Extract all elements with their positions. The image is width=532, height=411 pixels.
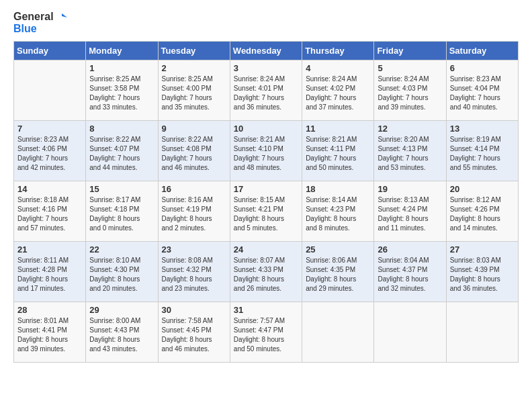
calendar-cell: 10Sunrise: 8:21 AM Sunset: 4:10 PM Dayli…: [230, 120, 302, 181]
day-number: 27: [450, 244, 515, 255]
page-header: General Blue: [13, 11, 519, 36]
day-info: Sunrise: 8:11 AM Sunset: 4:28 PM Dayligh…: [17, 256, 82, 293]
week-row-0: 1Sunrise: 8:25 AM Sunset: 3:58 PM Daylig…: [14, 60, 519, 120]
day-info: Sunrise: 8:24 AM Sunset: 4:01 PM Dayligh…: [234, 75, 298, 112]
day-number: 2: [162, 63, 226, 73]
header-saturday: Saturday: [446, 41, 518, 60]
calendar-cell: 25Sunrise: 8:06 AM Sunset: 4:35 PM Dayli…: [302, 241, 374, 302]
calendar-cell: 26Sunrise: 8:04 AM Sunset: 4:37 PM Dayli…: [374, 241, 446, 302]
day-number: 11: [306, 124, 370, 134]
day-info: Sunrise: 8:23 AM Sunset: 4:04 PM Dayligh…: [450, 75, 515, 112]
header-row: SundayMondayTuesdayWednesdayThursdayFrid…: [14, 41, 519, 60]
day-number: 16: [162, 184, 226, 194]
day-info: Sunrise: 8:04 AM Sunset: 4:37 PM Dayligh…: [378, 256, 442, 293]
day-number: 15: [89, 184, 154, 194]
day-info: Sunrise: 8:23 AM Sunset: 4:06 PM Dayligh…: [17, 135, 82, 173]
header-sunday: Sunday: [14, 41, 86, 60]
day-info: Sunrise: 8:12 AM Sunset: 4:26 PM Dayligh…: [450, 195, 515, 233]
calendar-cell: 12Sunrise: 8:20 AM Sunset: 4:13 PM Dayli…: [374, 120, 446, 181]
week-row-2: 14Sunrise: 8:18 AM Sunset: 4:16 PM Dayli…: [14, 181, 519, 241]
calendar-cell: 3Sunrise: 8:24 AM Sunset: 4:01 PM Daylig…: [230, 60, 302, 120]
calendar-cell: [14, 60, 86, 120]
day-number: 13: [450, 124, 515, 134]
day-info: Sunrise: 8:18 AM Sunset: 4:16 PM Dayligh…: [17, 195, 82, 233]
day-info: Sunrise: 8:22 AM Sunset: 4:07 PM Dayligh…: [89, 135, 154, 173]
logo-bird-icon: [55, 11, 67, 23]
calendar-cell: [374, 302, 446, 362]
day-info: Sunrise: 8:06 AM Sunset: 4:35 PM Dayligh…: [306, 256, 370, 293]
day-info: Sunrise: 7:58 AM Sunset: 4:45 PM Dayligh…: [162, 316, 226, 354]
calendar-cell: 7Sunrise: 8:23 AM Sunset: 4:06 PM Daylig…: [14, 120, 86, 181]
calendar-cell: [446, 302, 518, 362]
calendar-cell: 13Sunrise: 8:19 AM Sunset: 4:14 PM Dayli…: [446, 120, 518, 181]
day-info: Sunrise: 8:24 AM Sunset: 4:02 PM Dayligh…: [306, 75, 370, 112]
calendar-cell: 14Sunrise: 8:18 AM Sunset: 4:16 PM Dayli…: [14, 181, 86, 241]
logo-blue: Blue: [13, 23, 37, 35]
day-number: 3: [234, 63, 298, 73]
calendar-cell: 6Sunrise: 8:23 AM Sunset: 4:04 PM Daylig…: [446, 60, 518, 120]
calendar-cell: 28Sunrise: 8:01 AM Sunset: 4:41 PM Dayli…: [14, 302, 86, 362]
header-tuesday: Tuesday: [158, 41, 230, 60]
calendar-cell: 2Sunrise: 8:25 AM Sunset: 4:00 PM Daylig…: [158, 60, 230, 120]
day-number: 1: [89, 63, 154, 73]
logo: General Blue: [13, 11, 67, 36]
calendar-cell: 11Sunrise: 8:21 AM Sunset: 4:11 PM Dayli…: [302, 120, 374, 181]
header-monday: Monday: [86, 41, 158, 60]
calendar-cell: 4Sunrise: 8:24 AM Sunset: 4:02 PM Daylig…: [302, 60, 374, 120]
day-number: 31: [234, 305, 298, 315]
day-info: Sunrise: 8:17 AM Sunset: 4:18 PM Dayligh…: [89, 195, 154, 233]
day-info: Sunrise: 8:20 AM Sunset: 4:13 PM Dayligh…: [378, 135, 442, 173]
calendar-cell: 5Sunrise: 8:24 AM Sunset: 4:03 PM Daylig…: [374, 60, 446, 120]
day-number: 22: [89, 244, 154, 255]
day-info: Sunrise: 8:19 AM Sunset: 4:14 PM Dayligh…: [450, 135, 515, 173]
day-info: Sunrise: 7:57 AM Sunset: 4:47 PM Dayligh…: [234, 316, 298, 354]
header-wednesday: Wednesday: [230, 41, 302, 60]
calendar-cell: 15Sunrise: 8:17 AM Sunset: 4:18 PM Dayli…: [86, 181, 158, 241]
day-number: 10: [234, 124, 298, 134]
day-number: 26: [378, 244, 442, 255]
calendar-cell: 23Sunrise: 8:08 AM Sunset: 4:32 PM Dayli…: [158, 241, 230, 302]
calendar-cell: 27Sunrise: 8:03 AM Sunset: 4:39 PM Dayli…: [446, 241, 518, 302]
header-thursday: Thursday: [302, 41, 374, 60]
day-info: Sunrise: 8:21 AM Sunset: 4:11 PM Dayligh…: [306, 135, 370, 173]
day-number: 24: [234, 244, 298, 255]
day-number: 7: [17, 124, 82, 134]
day-info: Sunrise: 8:03 AM Sunset: 4:39 PM Dayligh…: [450, 256, 515, 293]
day-number: 20: [450, 184, 515, 194]
day-number: 28: [17, 305, 82, 315]
calendar-cell: 16Sunrise: 8:16 AM Sunset: 4:19 PM Dayli…: [158, 181, 230, 241]
calendar-cell: 18Sunrise: 8:14 AM Sunset: 4:23 PM Dayli…: [302, 181, 374, 241]
day-number: 25: [306, 244, 370, 255]
day-number: 18: [306, 184, 370, 194]
day-info: Sunrise: 8:22 AM Sunset: 4:08 PM Dayligh…: [162, 135, 226, 173]
calendar-cell: 8Sunrise: 8:22 AM Sunset: 4:07 PM Daylig…: [86, 120, 158, 181]
calendar-header: SundayMondayTuesdayWednesdayThursdayFrid…: [14, 41, 519, 60]
calendar-cell: 30Sunrise: 7:58 AM Sunset: 4:45 PM Dayli…: [158, 302, 230, 362]
calendar-cell: 17Sunrise: 8:15 AM Sunset: 4:21 PM Dayli…: [230, 181, 302, 241]
day-info: Sunrise: 8:10 AM Sunset: 4:30 PM Dayligh…: [89, 256, 154, 293]
day-number: 21: [17, 244, 82, 255]
day-info: Sunrise: 8:08 AM Sunset: 4:32 PM Dayligh…: [162, 256, 226, 293]
calendar-table: SundayMondayTuesdayWednesdayThursdayFrid…: [13, 41, 519, 363]
header-friday: Friday: [374, 41, 446, 60]
calendar-cell: [302, 302, 374, 362]
calendar-cell: 21Sunrise: 8:11 AM Sunset: 4:28 PM Dayli…: [14, 241, 86, 302]
day-info: Sunrise: 8:25 AM Sunset: 4:00 PM Dayligh…: [162, 75, 226, 112]
calendar-cell: 31Sunrise: 7:57 AM Sunset: 4:47 PM Dayli…: [230, 302, 302, 362]
day-number: 6: [450, 63, 515, 73]
day-number: 29: [89, 305, 154, 315]
day-number: 9: [162, 124, 226, 134]
calendar-cell: 20Sunrise: 8:12 AM Sunset: 4:26 PM Dayli…: [446, 181, 518, 241]
logo-general: General: [13, 11, 54, 23]
day-number: 4: [306, 63, 370, 73]
calendar-cell: 29Sunrise: 8:00 AM Sunset: 4:43 PM Dayli…: [86, 302, 158, 362]
day-number: 14: [17, 184, 82, 194]
day-info: Sunrise: 8:21 AM Sunset: 4:10 PM Dayligh…: [234, 135, 298, 173]
week-row-1: 7Sunrise: 8:23 AM Sunset: 4:06 PM Daylig…: [14, 120, 519, 181]
calendar-body: 1Sunrise: 8:25 AM Sunset: 3:58 PM Daylig…: [14, 60, 519, 362]
day-number: 17: [234, 184, 298, 194]
day-info: Sunrise: 8:24 AM Sunset: 4:03 PM Dayligh…: [378, 75, 442, 112]
week-row-4: 28Sunrise: 8:01 AM Sunset: 4:41 PM Dayli…: [14, 302, 519, 362]
calendar-cell: 1Sunrise: 8:25 AM Sunset: 3:58 PM Daylig…: [86, 60, 158, 120]
svg-marker-0: [62, 13, 67, 17]
